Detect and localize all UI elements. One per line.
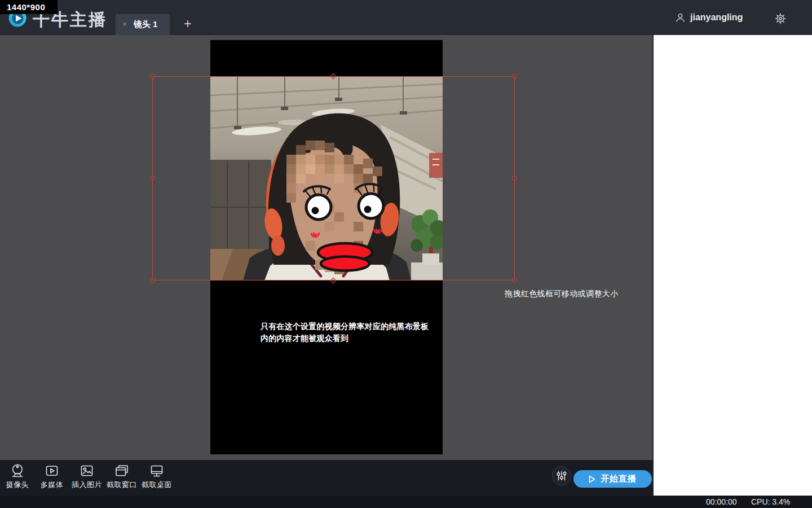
person-icon (676, 13, 685, 23)
drag-hint-text: 拖拽红色线框可移动或调整大小 (505, 289, 619, 299)
tool-capture-window[interactable]: 截取窗口 (104, 463, 139, 490)
play-icon (589, 475, 595, 483)
qianniu-broadcaster-window: 千牛主播 × 镜头 1 + jianyangling (0, 0, 812, 508)
capture-desktop-icon (149, 463, 164, 478)
camera-selection-frame[interactable] (152, 76, 515, 281)
tool-label: 摄像头 (6, 480, 29, 490)
tool-insert-image[interactable]: 插入图片 (69, 463, 104, 490)
cpu-usage: CPU: 3.4% (751, 497, 790, 506)
resize-handle-top-left[interactable] (150, 74, 155, 79)
capture-window-icon (114, 463, 129, 478)
stream-duration: 00:00:00 (706, 497, 737, 506)
resize-handle-bottom-left[interactable] (150, 278, 155, 283)
user-account[interactable]: jianyangling (676, 10, 743, 25)
audio-mixer-icon (555, 470, 568, 482)
gear-icon[interactable] (775, 13, 786, 24)
board-notice-text: 只有在这个设置的视频分辨率对应的纯黑布景板 内的内容才能被观众看到 (261, 321, 435, 344)
tool-capture-desktop[interactable]: 截取桌面 (139, 463, 174, 490)
tab-scene-1[interactable]: × 镜头 1 (116, 14, 170, 35)
tool-label: 插入图片 (72, 480, 102, 490)
tool-label: 截取桌面 (142, 480, 172, 490)
start-live-label: 开始直播 (601, 474, 637, 484)
start-live-button[interactable]: 开始直播 (573, 470, 652, 488)
add-tab-button[interactable]: + (180, 16, 195, 31)
resize-handle-mid-right[interactable] (512, 176, 517, 181)
tool-label: 截取窗口 (107, 480, 137, 490)
resolution-overlay: 812*508 (0, 0, 58, 14)
status-bar: 00:00:00 CPU: 3.4% (0, 496, 812, 508)
top-bar: 千牛主播 × 镜头 1 + jianyangling (0, 0, 812, 35)
webcam-icon (10, 463, 25, 478)
tool-camera[interactable]: 摄像头 (0, 463, 35, 490)
side-panel (652, 35, 812, 496)
tool-label: 多媒体 (41, 480, 64, 490)
insert-image-icon (80, 463, 94, 478)
resize-handle-bottom-right[interactable] (512, 278, 517, 283)
scene-canvas[interactable]: 只有在这个设置的视频分辨率对应的纯黑布景板 内的内容才能被观众看到 拖拽红色线框… (0, 35, 652, 460)
tool-media[interactable]: 多媒体 (34, 463, 69, 490)
media-icon (45, 463, 59, 478)
audio-mixer-button[interactable] (552, 466, 571, 485)
resize-handle-top-right[interactable] (512, 74, 517, 79)
close-tab-icon[interactable]: × (122, 19, 127, 29)
username-label: jianyangling (690, 12, 743, 23)
resize-handle-mid-left[interactable] (150, 176, 155, 181)
